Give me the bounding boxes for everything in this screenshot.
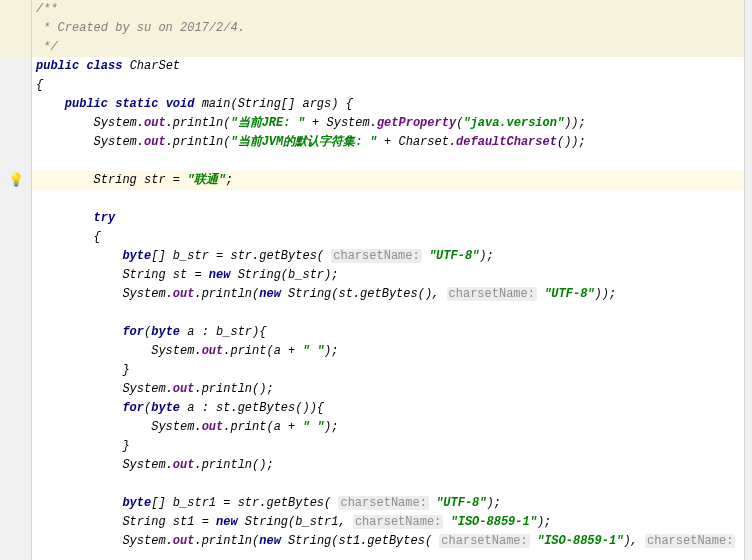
gutter: 💡 [0, 0, 32, 560]
keyword: byte [122, 496, 151, 510]
dot: . [194, 287, 201, 301]
code: [] b_str = str.getBytes( [151, 249, 331, 263]
field: out [144, 135, 166, 149]
paren: ); [324, 344, 338, 358]
method: println [173, 135, 223, 149]
intention-bulb[interactable]: 💡 [0, 171, 31, 190]
string: "UTF-8" [436, 496, 486, 510]
paren: ()); [557, 135, 586, 149]
ident: System. [94, 116, 144, 130]
dot: . [166, 135, 173, 149]
keyword: new [259, 534, 281, 548]
code: String st = [122, 268, 208, 282]
string: "UTF-8" [429, 249, 479, 263]
paren: ); [479, 249, 493, 263]
method: defaultCharset [456, 135, 557, 149]
ident: System. [151, 420, 201, 434]
keyword: new [259, 287, 281, 301]
paren: )); [595, 287, 617, 301]
keyword: byte [151, 401, 180, 415]
ident: System. [151, 344, 201, 358]
var-decl: String str = [94, 173, 188, 187]
dot: . [194, 382, 201, 396]
method: print [230, 344, 266, 358]
param-hint: charsetName: [331, 249, 421, 263]
ident: System. [122, 287, 172, 301]
string: " " [302, 344, 324, 358]
code: String(st1.getBytes( [281, 534, 439, 548]
sp [735, 534, 742, 548]
keyword: for [122, 401, 144, 415]
keyword: public [36, 59, 86, 73]
brace: { [36, 78, 43, 92]
code: (a + [266, 344, 302, 358]
ident: System. [122, 534, 172, 548]
brace: { [94, 230, 101, 244]
brace: } [122, 363, 129, 377]
code: String(st.getBytes(), [281, 287, 447, 301]
code: String(b_str1, [238, 515, 353, 529]
method: println [202, 287, 252, 301]
semi: ; [226, 173, 233, 187]
keyword: new [209, 268, 231, 282]
field: out [144, 116, 166, 130]
paren: )); [564, 116, 586, 130]
ident: System. [122, 382, 172, 396]
keyword: byte [151, 325, 180, 339]
params: (String[] args) { [230, 97, 352, 111]
string: "ISO-8859-1" [451, 515, 537, 529]
code: a : st.getBytes()){ [180, 401, 324, 415]
dot: . [166, 116, 173, 130]
paren: ); [537, 515, 551, 529]
field: out [202, 420, 224, 434]
dot: . [194, 534, 201, 548]
method: main [202, 97, 231, 111]
field: out [173, 287, 195, 301]
string: "当前JRE: " [230, 116, 304, 130]
param-hint: charsetName: [338, 496, 428, 510]
doc-comment: /** [36, 2, 58, 16]
sp [429, 496, 436, 510]
lightbulb-icon: 💡 [8, 173, 24, 188]
keyword: class [86, 59, 129, 73]
keyword: try [94, 211, 116, 225]
scrollbar[interactable] [744, 0, 752, 560]
field: out [173, 534, 195, 548]
keyword: byte [122, 249, 151, 263]
code-content[interactable]: /** * Created by su on 2017/2/4. */ publ… [32, 0, 752, 560]
sp [443, 515, 450, 529]
ident: System. [122, 458, 172, 472]
method: getProperty [377, 116, 456, 130]
string: "UTF-8" [544, 287, 594, 301]
code: String(b_str); [230, 268, 338, 282]
keyword: new [216, 515, 238, 529]
op: + System. [305, 116, 377, 130]
string: "ISO-8859-1" [537, 534, 623, 548]
field: out [173, 458, 195, 472]
method: println [202, 382, 252, 396]
code: (a + [266, 420, 302, 434]
keyword: for [122, 325, 144, 339]
string: "联通" [187, 173, 225, 187]
brace: } [122, 439, 129, 453]
paren: ); [324, 420, 338, 434]
paren: (); [252, 382, 274, 396]
method: println [202, 458, 252, 472]
code: String st1 = [122, 515, 216, 529]
doc-comment: */ [36, 40, 58, 54]
code: ), [623, 534, 645, 548]
ident: System. [94, 135, 144, 149]
field: out [173, 382, 195, 396]
code: a : b_str){ [180, 325, 266, 339]
param-hint: charsetName: [645, 534, 735, 548]
field: out [202, 344, 224, 358]
op: + Charset. [377, 135, 456, 149]
param-hint: charsetName: [439, 534, 529, 548]
code-editor[interactable]: 💡 /** * Created by su on 2017/2/4. */ pu… [0, 0, 752, 560]
doc-comment: * Created by su on 2017/2/4. [36, 21, 245, 35]
method: println [202, 534, 252, 548]
param-hint: charsetName: [353, 515, 443, 529]
string: "当前JVM的默认字符集: " [230, 135, 376, 149]
paren: (); [252, 458, 274, 472]
dot: . [194, 458, 201, 472]
